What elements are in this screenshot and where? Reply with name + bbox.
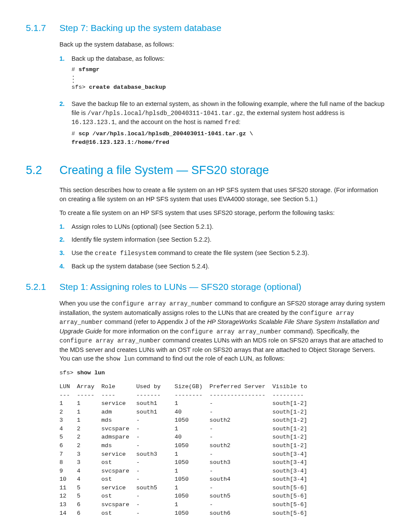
- step-marker: 3.: [59, 249, 72, 257]
- step-text: Use the create filesystem command to cre…: [72, 249, 385, 258]
- step-text: Assign roles to LUNs (optional) (see Sec…: [72, 222, 385, 231]
- heading-517: 5.1.7 Step 7: Backing up the system data…: [26, 22, 385, 34]
- step-marker: 2.: [59, 235, 72, 244]
- secnum-521: 5.2.1: [26, 280, 59, 293]
- p-521: When you use the configure array array_n…: [59, 299, 385, 364]
- secnum-52: 5.2: [26, 162, 59, 179]
- title-521: Step 1: Assigning roles to LUNs — SFS20 …: [59, 280, 301, 293]
- step-marker: 1.: [59, 54, 72, 63]
- step-text: Identify file system information (see Se…: [72, 235, 385, 244]
- steps-52: 1. Assign roles to LUNs (optional) (see …: [59, 222, 385, 271]
- lun-table: LUN Array Role Used by Size(GB) Preferre…: [59, 383, 385, 517]
- code-block: # sfsmgr ... sfs> create database_backup: [72, 65, 385, 92]
- heading-521: 5.2.1 Step 1: Assigning roles to LUNs — …: [26, 280, 385, 293]
- show-lun-cmd: sfs> show lun: [59, 369, 385, 377]
- step-text: Back up the database, as follows:: [72, 54, 385, 63]
- code-block: # scp /var/hpls.local/hplsdb_200403011-1…: [72, 130, 385, 147]
- heading-52: 5.2 Creating a file System — SFS20 stora…: [26, 162, 385, 179]
- title-517: Step 7: Backing up the system database: [59, 22, 221, 34]
- step-marker: 1.: [59, 222, 72, 231]
- p1-52: This section describes how to create a f…: [59, 186, 385, 203]
- intro-517: Back up the system database, as follows:: [59, 40, 385, 49]
- step-marker: 2.: [59, 100, 72, 108]
- secnum-517: 5.1.7: [26, 22, 59, 34]
- title-52: Creating a file System — SFS20 storage: [59, 162, 269, 179]
- step-text: Save the backup file to an external syst…: [72, 100, 385, 127]
- step-marker: 4.: [59, 262, 72, 271]
- step-text: Back up the system database (see Section…: [72, 262, 385, 271]
- steps-517: 1. Back up the database, as follows: # s…: [59, 54, 385, 151]
- p2-52: To create a file system on an HP SFS sys…: [59, 208, 385, 217]
